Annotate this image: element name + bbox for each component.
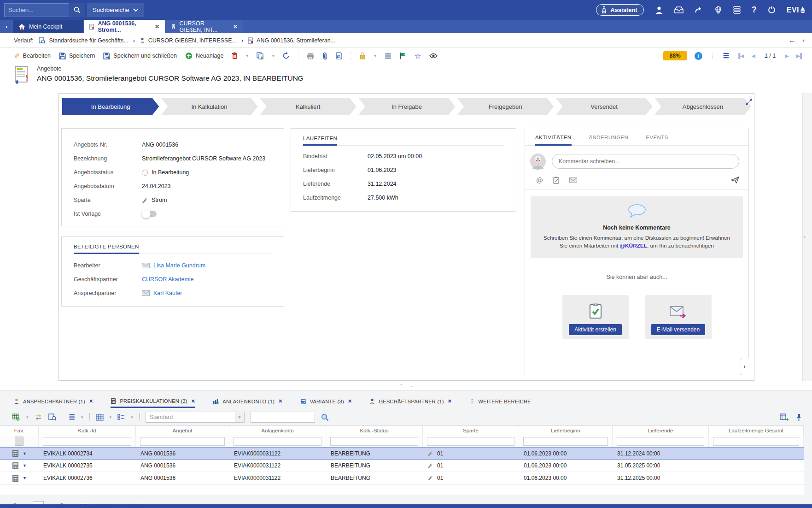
word-export-button[interactable]: W: [336, 52, 342, 59]
lock-button[interactable]: [359, 52, 366, 59]
export-grid-icon[interactable]: [780, 413, 789, 421]
email-icon[interactable]: [142, 290, 150, 296]
mention-icon[interactable]: @: [536, 176, 543, 184]
column-header[interactable]: Laufzeitmenge Gesamt: [709, 426, 804, 435]
filter-kalk-id[interactable]: [43, 437, 131, 446]
copy-button[interactable]: [257, 52, 264, 59]
status-radio-icon[interactable]: [142, 170, 148, 176]
tab-close-icon[interactable]: ✕: [191, 398, 196, 404]
menu-icon[interactable]: ☰: [723, 52, 729, 60]
copy-dropdown-icon[interactable]: ▾: [272, 53, 275, 58]
tab-close-icon[interactable]: ✕: [278, 398, 283, 404]
column-header[interactable]: Anlagenkonto: [229, 426, 326, 435]
ist-vorlage-toggle[interactable]: [142, 211, 157, 217]
last-record-icon[interactable]: ▶▌: [796, 53, 804, 59]
expand-steps-icon[interactable]: [745, 98, 753, 107]
view-selector[interactable]: Standard ▼: [146, 412, 245, 423]
column-header[interactable]: Angebot: [136, 426, 229, 435]
tab-close-icon[interactable]: ✕: [348, 398, 352, 404]
step-freigegeben[interactable]: Freigegeben: [457, 98, 554, 115]
user-icon[interactable]: [655, 6, 663, 14]
first-record-icon[interactable]: ▐◀: [736, 53, 744, 59]
tab-scroll-left[interactable]: ›: [0, 20, 13, 33]
grid-quick-filter-input[interactable]: [251, 412, 315, 423]
send-email-button[interactable]: E-Mail versenden: [651, 324, 705, 335]
workflow-button[interactable]: [400, 52, 406, 59]
favorite-button[interactable]: ☆: [415, 52, 421, 60]
add-row-icon[interactable]: [12, 413, 20, 421]
search-icon[interactable]: [69, 3, 85, 17]
lock-dropdown-icon[interactable]: ▾: [374, 53, 376, 58]
more-options-icon[interactable]: ⋮: [710, 53, 716, 59]
save-close-button[interactable]: Speichern und schließen: [103, 53, 177, 59]
breadcrumb-item-angebot[interactable]: ANG 0001536, Stromlieferan...: [248, 37, 335, 44]
send-email-card[interactable]: E-Mail versenden: [645, 295, 712, 339]
column-header[interactable]: Sparte: [423, 426, 519, 435]
assistant-button[interactable]: Assistent: [596, 4, 644, 16]
bearbeiter-link[interactable]: Lisa Marie Gundrum: [153, 262, 205, 269]
row-actions-dropdown-icon[interactable]: ▼: [23, 451, 27, 456]
note-icon[interactable]: [553, 177, 559, 184]
history-dropdown-icon[interactable]: ▾: [802, 38, 805, 43]
list-view-icon[interactable]: [117, 414, 125, 420]
tab-events[interactable]: EVENTS: [646, 135, 668, 146]
persons-section-tab[interactable]: BETEILIGTE PERSONEN: [74, 244, 139, 254]
inbox-icon[interactable]: [674, 6, 683, 13]
step-in-kalkulation[interactable]: In Kalkulation: [161, 98, 257, 115]
delete-dropdown-icon[interactable]: ▾: [246, 53, 248, 58]
step-in-freigabe[interactable]: In Freigabe: [358, 98, 455, 115]
geschaeftspartner-link[interactable]: CURSOR Akademie: [142, 276, 194, 283]
grid-menu-icon[interactable]: ☰: [69, 413, 75, 421]
column-header[interactable]: Lieferbeginn: [519, 426, 613, 435]
filter-lieferbeginn[interactable]: [523, 437, 608, 446]
tab-angebot-active[interactable]: ANG 0001536, Stroml... ✕: [84, 20, 165, 33]
table-row[interactable]: ▼ EVIKALK 00002735 ANG 0001536 EVIAK0000…: [0, 460, 804, 472]
fav-filter-box[interactable]: [15, 437, 23, 446]
tab-weitere-bereiche[interactable]: ⋮ WEITERE BEREICHE: [469, 398, 531, 408]
tab-close-icon[interactable]: ✕: [233, 24, 238, 30]
tab-close-icon[interactable]: ✕: [448, 398, 452, 404]
tab-close-icon[interactable]: ✕: [155, 24, 159, 30]
email-icon[interactable]: [142, 263, 150, 268]
print-button[interactable]: [307, 53, 314, 59]
table-view-icon[interactable]: [96, 414, 104, 421]
panel-splitter[interactable]: ⌃ ⌄: [400, 384, 413, 388]
help-icon[interactable]: ?: [752, 5, 757, 15]
column-header[interactable]: Kalk.-Status: [326, 426, 423, 435]
collapse-panel-icon[interactable]: ‹: [740, 358, 749, 375]
step-abgeschlossen[interactable]: Abgeschlossen: [654, 98, 751, 115]
grid-menu-dropdown-icon[interactable]: ▾: [81, 415, 83, 419]
refresh-button[interactable]: [282, 52, 290, 59]
pin-icon[interactable]: [796, 413, 802, 421]
row-actions-dropdown-icon[interactable]: ▼: [23, 463, 27, 468]
next-record-icon[interactable]: ▶: [785, 53, 789, 59]
breadcrumb-item-partner[interactable]: CURSOR GIEßEN, INTERESSE...: [140, 37, 237, 44]
redo-icon[interactable]: [695, 6, 703, 13]
table-search-icon[interactable]: [48, 413, 57, 421]
splitter-down-icon[interactable]: ⌄: [410, 384, 414, 388]
splitter-up-icon[interactable]: ⌃: [400, 384, 403, 388]
laufzeiten-section-tab[interactable]: LAUFZEITEN: [303, 136, 337, 146]
add-row-dropdown-icon[interactable]: ▾: [26, 415, 29, 419]
tab-aenderungen[interactable]: ÄNDERUNGEN: [589, 135, 629, 146]
table-view-dropdown-icon[interactable]: ▾: [110, 415, 112, 419]
edit-button[interactable]: ✎ Bearbeiten: [14, 52, 51, 60]
tab-preiskalkulationen[interactable]: PREISKALKULATIONEN (3) ✕: [111, 398, 195, 408]
ansprechpartner-link[interactable]: Karl Käufer: [153, 290, 182, 296]
column-header[interactable]: Lieferende: [613, 426, 709, 435]
delete-button[interactable]: [232, 52, 238, 59]
column-header[interactable]: Fav.: [0, 426, 39, 435]
mention-link[interactable]: @KÜRZEL: [620, 242, 647, 249]
comment-input[interactable]: [552, 154, 739, 169]
filter-angebot[interactable]: [140, 437, 225, 446]
dataset-button[interactable]: [385, 53, 391, 59]
table-row[interactable]: ▼ EVIKALK 00002736 ANG 0001536 EVIAK0000…: [0, 472, 804, 484]
visibility-button[interactable]: [429, 53, 438, 59]
row-actions-dropdown-icon[interactable]: ▼: [23, 476, 27, 480]
transfer-icon[interactable]: [35, 414, 42, 420]
database-icon[interactable]: [733, 6, 741, 14]
back-arrow-icon[interactable]: ←: [789, 36, 796, 45]
create-activity-card[interactable]: Aktivität erstellen: [562, 295, 629, 339]
filter-sparte[interactable]: [427, 437, 514, 446]
rail-collapse-icon[interactable]: ‹: [804, 234, 806, 239]
